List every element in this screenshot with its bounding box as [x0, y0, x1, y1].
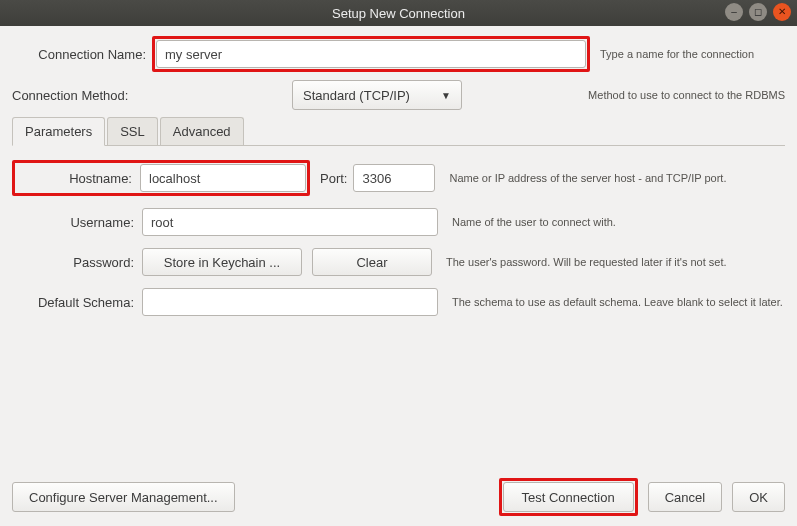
clear-password-button[interactable]: Clear — [312, 248, 432, 276]
connection-name-label: Connection Name: — [12, 47, 152, 62]
connection-name-hint: Type a name for the connection — [600, 48, 754, 60]
store-keychain-button[interactable]: Store in Keychain ... — [142, 248, 302, 276]
window-controls: – ◻ ✕ — [725, 3, 791, 21]
tab-ssl[interactable]: SSL — [107, 117, 158, 145]
connection-method-value: Standard (TCP/IP) — [303, 88, 410, 103]
tab-advanced[interactable]: Advanced — [160, 117, 244, 145]
password-hint: The user's password. Will be requested l… — [446, 256, 785, 268]
titlebar: Setup New Connection – ◻ ✕ — [0, 0, 797, 26]
username-input[interactable] — [142, 208, 438, 236]
password-label: Password: — [12, 255, 142, 270]
window-title: Setup New Connection — [332, 6, 465, 21]
default-schema-hint: The schema to use as default schema. Lea… — [452, 296, 785, 308]
hostname-label: Hostname: — [16, 171, 140, 186]
hostname-input[interactable] — [140, 164, 306, 192]
hostname-hint: Name or IP address of the server host - … — [449, 172, 785, 184]
dialog-content: Connection Name: Type a name for the con… — [0, 26, 797, 336]
port-label: Port: — [320, 171, 347, 186]
cancel-button[interactable]: Cancel — [648, 482, 722, 512]
maximize-icon[interactable]: ◻ — [749, 3, 767, 21]
chevron-down-icon: ▼ — [441, 90, 451, 101]
parameters-panel: Hostname: Port: Name or IP address of th… — [12, 146, 785, 316]
close-icon[interactable]: ✕ — [773, 3, 791, 21]
default-schema-label: Default Schema: — [12, 295, 142, 310]
ok-button[interactable]: OK — [732, 482, 785, 512]
default-schema-input[interactable] — [142, 288, 438, 316]
username-label: Username: — [12, 215, 142, 230]
connection-method-hint: Method to use to connect to the RDBMS — [588, 89, 785, 101]
tab-parameters[interactable]: Parameters — [12, 117, 105, 146]
tabbar: Parameters SSL Advanced — [12, 116, 785, 146]
minimize-icon[interactable]: – — [725, 3, 743, 21]
connection-name-input[interactable] — [156, 40, 586, 68]
port-input[interactable] — [353, 164, 435, 192]
configure-server-button[interactable]: Configure Server Management... — [12, 482, 235, 512]
test-connection-button[interactable]: Test Connection — [503, 482, 634, 512]
username-hint: Name of the user to connect with. — [452, 216, 785, 228]
dialog-footer: Configure Server Management... Test Conn… — [12, 478, 785, 516]
connection-method-label: Connection Method: — [12, 88, 152, 103]
connection-method-select[interactable]: Standard (TCP/IP) ▼ — [292, 80, 462, 110]
